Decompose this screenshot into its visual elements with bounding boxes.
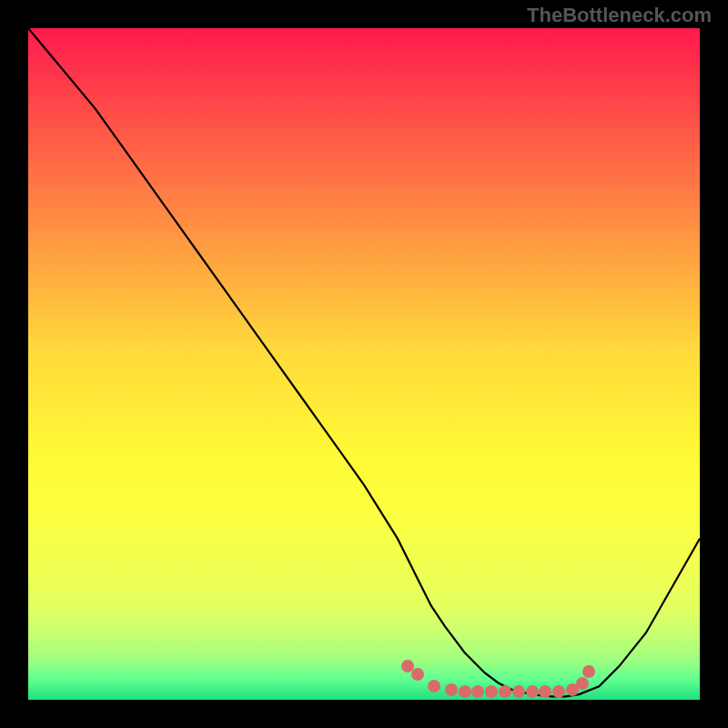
marker-point [485,685,498,698]
marker-point [539,685,551,698]
marker-point [512,685,525,698]
chart-plot-area [28,28,700,700]
marker-point [526,685,539,698]
marker-point [471,685,484,698]
marker-point [428,680,440,693]
marker-point [576,677,589,690]
optimal-range-markers [28,28,700,700]
marker-point [411,668,424,681]
marker-point [445,683,458,696]
watermark-text: TheBottleneck.com [527,4,712,27]
marker-point [459,685,471,698]
marker-point [582,665,595,678]
marker-point [499,685,511,698]
marker-point [552,685,565,698]
